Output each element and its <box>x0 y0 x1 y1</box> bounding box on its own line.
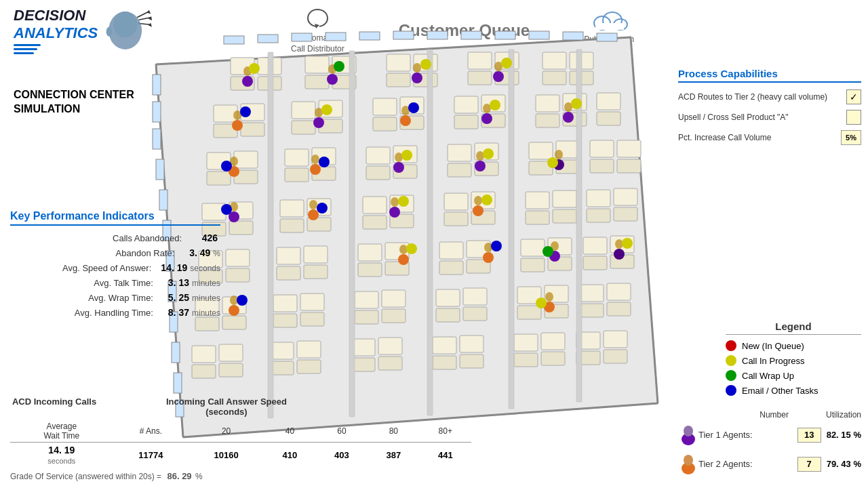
kpi-row-5: Avg. Wrap Time: 5. 25 minutes <box>10 292 220 303</box>
td-60: 403 <box>316 443 368 468</box>
process-label-1: ACD Routes to Tier 2 (heavy call volume) <box>678 92 843 102</box>
svg-rect-41 <box>563 32 583 40</box>
td-wait: 14. 19 seconds <box>10 443 113 468</box>
agent-header-util: Utilization <box>826 410 861 420</box>
svg-rect-93 <box>366 147 390 164</box>
svg-rect-87 <box>207 171 231 185</box>
td-40: 410 <box>264 443 315 468</box>
svg-rect-37 <box>427 31 448 39</box>
legend-label-3: Call Wrap Up <box>742 371 794 381</box>
svg-rect-141 <box>358 244 382 261</box>
svg-point-213 <box>327 74 338 85</box>
bottom-table: AverageWait Time # Ans. 20 40 60 80 80+ … <box>10 420 471 468</box>
logo-decision: DECISION <box>14 7 98 24</box>
svg-rect-193 <box>433 337 456 354</box>
tier2-util: 79. 43 % <box>827 459 861 469</box>
agent-header-number: Number <box>760 410 789 420</box>
svg-rect-190 <box>378 338 402 354</box>
kpi-value-2: 3. 49 <box>180 247 210 258</box>
svg-rect-84 <box>597 112 620 125</box>
svg-rect-108 <box>617 159 641 173</box>
svg-point-218 <box>420 59 431 70</box>
svg-point-217 <box>413 63 421 73</box>
process-checkbox-1[interactable]: ✓ <box>846 89 861 104</box>
process-row-2: Upsell / Cross Sell Product "A" <box>678 110 861 125</box>
svg-point-276 <box>229 305 239 316</box>
kpi-label-3: Avg. Speed of Answer: <box>10 263 157 273</box>
svg-point-278 <box>237 295 248 306</box>
svg-rect-180 <box>607 302 631 316</box>
svg-rect-61 <box>542 71 566 85</box>
svg-rect-51 <box>387 54 410 71</box>
svg-rect-136 <box>226 268 250 282</box>
gos-row: Grade Of Service (answered within 20s) =… <box>10 471 471 481</box>
process-checkbox-2[interactable] <box>846 110 861 125</box>
svg-rect-202 <box>604 331 627 348</box>
svg-rect-40 <box>529 31 549 39</box>
svg-rect-19 <box>153 75 161 95</box>
svg-rect-79 <box>536 95 559 112</box>
tier1-number[interactable]: 13 <box>797 428 821 443</box>
kpi-unit-5: minutes <box>192 293 220 303</box>
tier2-util-value: 79. 43 <box>827 459 851 469</box>
process-value-3[interactable]: 5% <box>841 130 861 145</box>
svg-rect-126 <box>553 190 576 207</box>
svg-rect-186 <box>297 341 321 358</box>
svg-point-242 <box>319 157 330 167</box>
svg-rect-89 <box>285 149 309 166</box>
svg-rect-127 <box>526 211 549 224</box>
svg-point-266 <box>406 243 417 254</box>
svg-rect-34 <box>326 33 346 41</box>
svg-rect-161 <box>273 295 297 312</box>
svg-rect-117 <box>363 197 387 214</box>
svg-rect-73 <box>373 117 397 131</box>
svg-rect-32 <box>258 35 278 43</box>
kpi-value-4: 3. 13 <box>159 277 189 288</box>
svg-rect-196 <box>460 354 484 368</box>
svg-point-285 <box>684 455 693 466</box>
kpi-unit-4: minutes <box>192 279 220 288</box>
svg-rect-170 <box>463 288 487 305</box>
svg-rect-132 <box>614 207 637 221</box>
svg-rect-168 <box>382 309 406 323</box>
svg-rect-125 <box>526 192 549 209</box>
svg-rect-166 <box>382 290 406 307</box>
kpi-label-1: Calls Abandoned: <box>10 233 187 243</box>
agent-tier1-row: Tier 1 Agents: 13 82. 15 % <box>678 423 861 447</box>
legend-label-1: New (In Queue) <box>742 341 804 351</box>
svg-rect-153 <box>583 237 607 254</box>
svg-rect-31 <box>224 36 244 44</box>
svg-rect-188 <box>297 360 321 373</box>
svg-point-247 <box>476 151 484 161</box>
svg-point-261 <box>473 205 484 216</box>
agent-counts: Number Utilization Tier 1 Agents: 13 82.… <box>678 410 861 481</box>
th-20: 20 <box>189 420 264 443</box>
svg-rect-143 <box>358 263 382 277</box>
tier2-util-unit: % <box>853 459 861 469</box>
answer-speed-title: Incoming Call Answer Speed(seconds) <box>166 396 287 417</box>
svg-rect-66 <box>241 123 264 136</box>
svg-point-281 <box>536 298 547 308</box>
svg-rect-145 <box>439 242 463 259</box>
svg-point-215 <box>334 61 344 72</box>
tier1-label: Tier 1 Agents: <box>698 430 797 440</box>
svg-rect-165 <box>355 291 378 308</box>
tier2-number[interactable]: 7 <box>797 457 821 472</box>
svg-point-216 <box>412 73 422 83</box>
gos-unit: % <box>195 472 203 481</box>
kpi-value-6: 8. 37 <box>159 307 189 318</box>
svg-point-212 <box>249 63 260 74</box>
agent-header-row: Number Utilization <box>678 410 861 420</box>
svg-point-255 <box>308 209 319 220</box>
svg-rect-163 <box>273 314 297 327</box>
kpi-label-6: Avg. Handling Time: <box>10 308 159 318</box>
svg-rect-208 <box>509 49 514 409</box>
svg-rect-53 <box>387 73 410 87</box>
logo-analytics: ANALYTICS <box>14 24 98 42</box>
process-label-3: Pct. Increase Call Volume <box>678 133 837 142</box>
legend-title: Legend <box>726 321 861 335</box>
legend-dot-blue <box>726 385 736 396</box>
svg-rect-182 <box>219 344 243 361</box>
svg-rect-69 <box>292 121 315 134</box>
tier1-util-unit: % <box>853 430 861 440</box>
